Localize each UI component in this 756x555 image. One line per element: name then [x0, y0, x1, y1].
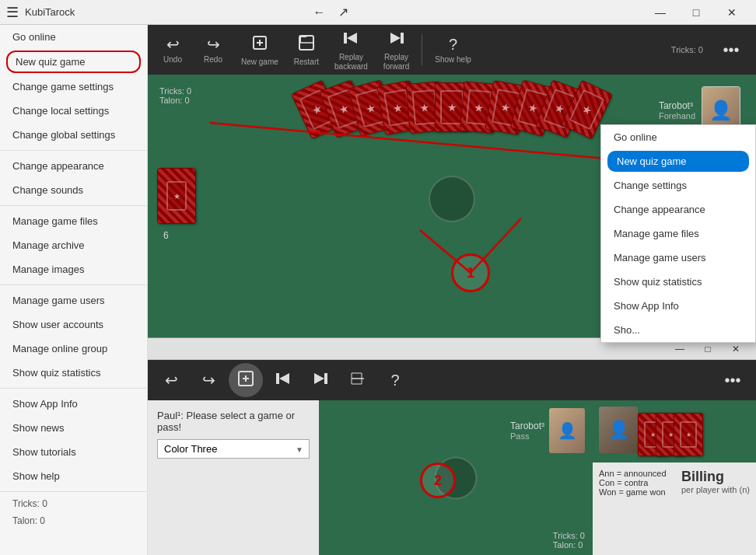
top-talon-label: Talon: 0 [159, 96, 191, 105]
sidebar-item-change-sounds[interactable]: Change sounds [0, 178, 147, 202]
second-new-game-icon [236, 369, 255, 392]
sidebar-item-go-online[interactable]: Go online [0, 25, 147, 49]
main-layout: Go online New quiz game Change game sett… [0, 25, 756, 555]
replay-backward-icon [341, 29, 360, 51]
sidebar-item-manage-images[interactable]: Manage images [0, 257, 147, 281]
dropdown-show-app-info[interactable]: Show App Info [601, 294, 755, 318]
card-fan-area: ★ ★ ★ ★ ★ ★ ★ ★ ★ ★ ★ [315, 82, 589, 132]
second-undo-button[interactable]: ↩ [154, 368, 188, 393]
restart-button[interactable]: Restart [288, 30, 325, 70]
sidebar-item-change-global-settings[interactable]: Change global settings [0, 123, 147, 147]
sidebar-item-show-help[interactable]: Show help [0, 464, 147, 488]
toolbar-separator [422, 34, 422, 65]
sidebar-item-manage-archive[interactable]: Manage archive [0, 233, 147, 257]
billing-title-area: Billing per player with (n) [681, 469, 750, 497]
svg-marker-16 [314, 373, 324, 384]
dropdown-change-appearance[interactable]: Change appearance [601, 197, 755, 222]
hamburger-menu-icon[interactable]: ☰ [6, 4, 19, 21]
sidebar-item-show-app-info[interactable]: Show App Info [0, 392, 147, 416]
expand-button[interactable]: ↗ [334, 3, 353, 21]
sidebar-tricks: Tricks: 0 [0, 495, 147, 512]
second-help-icon: ? [390, 372, 399, 389]
svg-rect-7 [401, 33, 404, 44]
new-game-button[interactable]: New game [235, 30, 285, 70]
annotation-2-label: 2 [434, 473, 442, 489]
sidebar-item-show-user-accounts[interactable]: Show user accounts [0, 312, 147, 337]
second-right-stats: Tricks: 0 Talon: 0 [553, 531, 585, 550]
second-redo-button[interactable]: ↪ [191, 368, 226, 393]
replay-forward-button[interactable]: Replayforward [377, 26, 415, 75]
second-left-panel: Paul¹: Please select a game or pass! Col… [148, 400, 319, 555]
game-canvas: ★ ★ ★ ★ ★ ★ ★ ★ ★ ★ ★ Tricks: 0 Talon: 0 [148, 75, 756, 555]
second-right-role: Pass [510, 431, 544, 441]
second-replay-back-button[interactable] [303, 366, 338, 395]
sidebar-item-manage-game-users[interactable]: Manage game users [0, 288, 147, 312]
second-more-button[interactable]: ••• [716, 368, 750, 393]
sidebar-item-show-news[interactable]: Show news [0, 416, 147, 440]
sidebar-item-manage-game-files[interactable]: Manage game files [0, 209, 147, 233]
second-content: Paul¹: Please select a game or pass! Col… [148, 400, 756, 555]
title-bar: ☰ KubiTarock ← ↗ — □ ✕ [0, 0, 756, 25]
maximize-button[interactable]: □ [678, 0, 714, 25]
second-help-button[interactable]: ? [378, 368, 412, 393]
billing-title: Billing [681, 469, 750, 485]
sidebar-divider-2 [0, 205, 147, 206]
sidebar-divider-1 [0, 150, 147, 151]
billing-legend: Ann = announced Con = contra Won = game … [599, 469, 667, 497]
window-controls: — □ ✕ [642, 0, 750, 25]
sidebar-item-new-quiz-game[interactable]: New quiz game [6, 51, 141, 73]
minimize-button[interactable]: — [642, 0, 678, 25]
second-toolbar: ↩ ↪ [148, 360, 756, 400]
left-card-area: ★ 6 [163, 168, 190, 241]
close-button[interactable]: ✕ [714, 0, 750, 25]
undo-icon: ↩ [166, 35, 180, 54]
sidebar-talon: Talon: 0 [0, 512, 147, 529]
bottom-player-area: 👤 ★ ★ ★ [593, 400, 756, 462]
bottom-player-cards: ★ ★ ★ [644, 407, 697, 456]
second-replay-back-icon [311, 369, 330, 392]
second-billing-area: 👤 ★ ★ ★ Ann = ann [593, 400, 756, 555]
second-replay-fwd-button[interactable] [341, 366, 375, 395]
sidebar-item-change-appearance[interactable]: Change appearance [0, 154, 147, 178]
dropdown-menu: Go online New quiz game Change settings … [600, 124, 756, 343]
nav-buttons: ← ↗ [309, 3, 353, 21]
second-right-avatar: 👤 [549, 408, 585, 453]
center-card-slot [429, 176, 475, 222]
second-new-game-button[interactable] [229, 363, 263, 397]
top-right-info: Tarobot³ Forehand [659, 100, 695, 120]
new-game-icon [250, 33, 269, 56]
sidebar-divider-4 [0, 388, 147, 389]
game-area: ↩ Undo ↪ Redo New game [148, 25, 756, 555]
more-menu-button[interactable]: ••• [712, 38, 750, 62]
sidebar-item-change-local-settings[interactable]: Change local settings [0, 99, 147, 123]
show-help-button[interactable]: ? Show help [429, 33, 478, 68]
redo-button[interactable]: ↪ Redo [194, 32, 232, 68]
game-select-wrapper: Color Three Color Two Color One Pass [157, 439, 310, 459]
svg-rect-13 [276, 373, 279, 384]
annotation-1-label: 1 [467, 265, 474, 281]
dropdown-manage-game-users[interactable]: Manage game users [601, 246, 755, 270]
dropdown-more[interactable]: Sho... [601, 318, 755, 342]
sidebar-item-show-tutorials[interactable]: Show tutorials [0, 440, 147, 464]
second-replay-fwd-icon [348, 369, 367, 392]
sidebar-item-manage-online-group[interactable]: Manage online group [0, 337, 147, 361]
second-right-info: Tarobot³ Pass [510, 421, 544, 441]
back-button[interactable]: ← [309, 3, 331, 21]
undo-button[interactable]: ↩ Undo [154, 32, 191, 68]
sidebar-bottom: Tricks: 0 Talon: 0 [0, 491, 147, 532]
dropdown-manage-game-files[interactable]: Manage game files [601, 222, 755, 246]
second-right-name: Tarobot³ [510, 421, 544, 431]
top-player-role: Forehand [659, 111, 695, 120]
top-left-info: Tricks: 0 Talon: 0 [159, 86, 191, 105]
dropdown-change-settings[interactable]: Change settings [601, 173, 755, 197]
bottom-player-avatar: 👤 [599, 407, 638, 453]
svg-marker-14 [279, 373, 289, 384]
dropdown-go-online[interactable]: Go online [601, 125, 755, 149]
second-restart-button[interactable] [266, 366, 300, 395]
game-select[interactable]: Color Three Color Two Color One Pass [157, 439, 310, 459]
replay-backward-button[interactable]: Replaybackward [328, 26, 374, 75]
sidebar-item-show-quiz-statistics[interactable]: Show quiz statistics [0, 361, 147, 385]
dropdown-show-quiz-statistics[interactable]: Show quiz statistics [601, 270, 755, 294]
dropdown-new-quiz-game[interactable]: New quiz game [607, 151, 749, 172]
sidebar-item-change-game-settings[interactable]: Change game settings [0, 75, 147, 99]
